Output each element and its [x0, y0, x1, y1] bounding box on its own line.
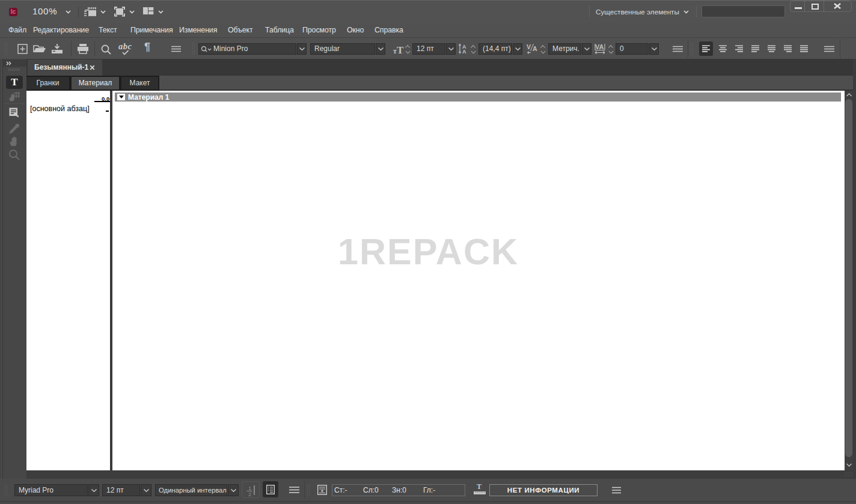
svg-text:V: V	[527, 43, 531, 50]
svg-text:VA: VA	[595, 43, 604, 50]
svg-text:A: A	[462, 49, 466, 54]
svg-text:A: A	[533, 45, 537, 52]
